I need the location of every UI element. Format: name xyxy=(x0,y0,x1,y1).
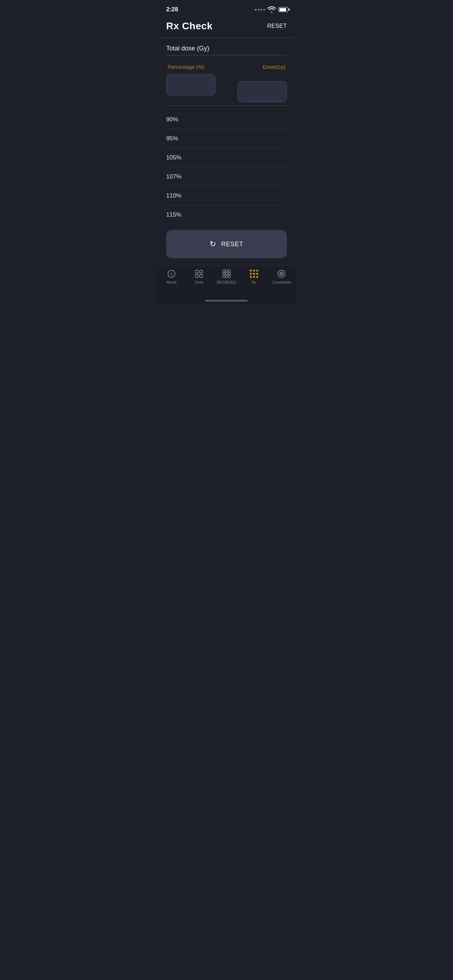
list-item[interactable]: 107% xyxy=(166,167,287,186)
percentage-value: 110% xyxy=(166,192,181,199)
status-bar: 2:28 xyxy=(158,0,295,18)
svg-rect-4 xyxy=(196,274,198,277)
percentage-input[interactable] xyxy=(166,74,216,95)
home-indicator xyxy=(158,297,295,304)
status-time: 2:28 xyxy=(166,6,178,13)
total-dose-label: Total dose (Gy) xyxy=(166,45,287,52)
wifi-icon xyxy=(267,5,276,14)
svg-point-20 xyxy=(256,273,258,275)
list-item[interactable]: 115% xyxy=(166,205,287,224)
status-icons xyxy=(255,5,288,14)
list-item[interactable]: 95% xyxy=(166,129,287,148)
total-dose-divider xyxy=(166,55,287,56)
main-content: Total dose (Gy) Percentage (%) Dose(Gy) … xyxy=(158,45,295,265)
svg-rect-13 xyxy=(226,275,227,278)
svg-rect-14 xyxy=(228,275,230,278)
svg-point-21 xyxy=(250,276,252,278)
tab-tools-label: Tools xyxy=(194,280,203,284)
bed-eqd2-icon xyxy=(222,269,231,278)
app-title: Rx Check xyxy=(166,21,213,32)
svg-rect-3 xyxy=(200,270,202,273)
tab-about[interactable]: i About xyxy=(158,269,185,284)
svg-rect-6 xyxy=(223,270,225,272)
percentage-value: 95% xyxy=(166,135,178,142)
header-reset-button[interactable]: RESET xyxy=(267,23,287,29)
svg-point-17 xyxy=(256,270,258,272)
about-icon: i xyxy=(167,269,176,278)
svg-rect-7 xyxy=(226,270,227,272)
svg-rect-10 xyxy=(226,273,227,275)
svg-rect-8 xyxy=(228,270,230,272)
percentage-list: 90% 95% 105% 107% 110% 115% xyxy=(166,110,287,224)
list-item[interactable]: 90% xyxy=(166,110,287,129)
percentage-value: 90% xyxy=(166,116,178,123)
input-row-divider xyxy=(166,105,287,106)
svg-rect-11 xyxy=(228,273,230,275)
list-item[interactable]: 110% xyxy=(166,186,287,205)
tab-bed-eqd2[interactable]: BED/EQD2 xyxy=(213,269,240,284)
tab-rx-label: Rx xyxy=(251,280,256,284)
svg-text:i: i xyxy=(171,271,172,277)
percentage-col-header: Percentage (%) xyxy=(168,64,204,70)
battery-icon xyxy=(278,7,288,12)
svg-point-18 xyxy=(250,273,252,275)
home-indicator-bar xyxy=(205,300,248,302)
svg-point-19 xyxy=(253,273,255,275)
svg-rect-2 xyxy=(196,270,198,273)
tools-icon xyxy=(194,269,203,278)
tab-constraints-label: Constraints xyxy=(272,280,291,284)
percentage-value: 105% xyxy=(166,154,181,161)
tab-tools[interactable]: Tools xyxy=(185,269,213,284)
tab-rx[interactable]: Rx xyxy=(240,269,268,284)
tab-bar: i About Tools xyxy=(158,265,295,297)
reset-icon: ↻ xyxy=(210,240,216,249)
list-item[interactable]: 105% xyxy=(166,148,287,167)
svg-point-16 xyxy=(253,270,255,272)
reset-button-label: RESET xyxy=(221,240,243,248)
dose-input-wrapper xyxy=(237,81,287,102)
tab-constraints[interactable]: Constraints xyxy=(268,269,295,284)
dose-col-header: Dose(Gy) xyxy=(263,64,285,70)
svg-point-22 xyxy=(253,276,255,278)
signal-dots-icon xyxy=(255,9,265,11)
app-header: Rx Check RESET xyxy=(158,18,295,37)
percentage-input-wrapper xyxy=(166,74,216,95)
column-headers: Percentage (%) Dose(Gy) xyxy=(166,64,287,70)
percentage-value: 115% xyxy=(166,211,181,218)
svg-rect-5 xyxy=(200,274,202,277)
reset-button[interactable]: ↻ RESET xyxy=(166,230,287,258)
svg-rect-12 xyxy=(223,275,225,278)
tab-bed-eqd2-label: BED/EQD2 xyxy=(217,280,236,284)
reset-button-container: ↻ RESET xyxy=(166,224,287,265)
input-row xyxy=(166,74,287,106)
percentage-value: 107% xyxy=(166,173,181,180)
tab-about-label: About xyxy=(167,280,177,284)
svg-point-23 xyxy=(256,276,258,278)
header-divider xyxy=(158,37,295,38)
constraints-icon xyxy=(277,269,286,278)
dose-input[interactable] xyxy=(237,81,287,102)
svg-rect-9 xyxy=(223,273,225,275)
svg-point-15 xyxy=(250,270,252,272)
rx-icon xyxy=(250,269,259,278)
